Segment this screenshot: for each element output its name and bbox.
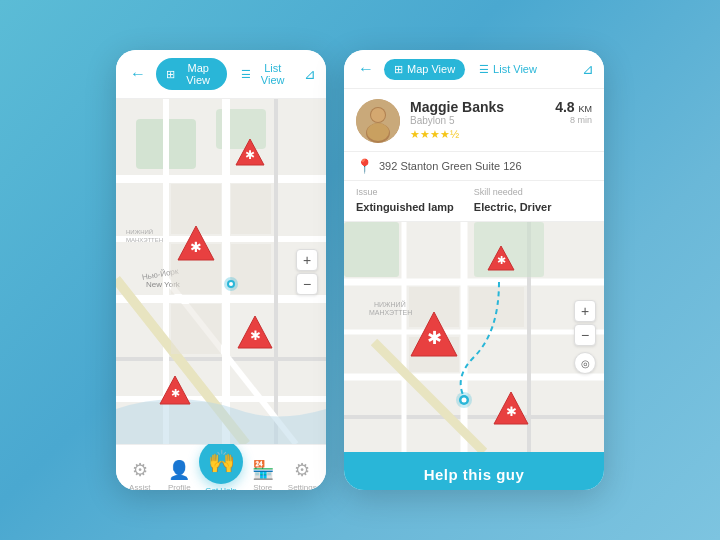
zoom-in-right[interactable]: + xyxy=(574,300,596,322)
svg-text:✱: ✱ xyxy=(190,239,202,255)
svg-text:МАНХЭТТЕН: МАНХЭТТЕН xyxy=(369,309,412,316)
map-view-label-right: Map View xyxy=(407,63,455,75)
svg-point-37 xyxy=(367,123,389,141)
marker-1-right[interactable]: ✱ xyxy=(486,244,516,278)
user-subtitle: Babylon 5 xyxy=(410,115,545,126)
nav-get-help[interactable]: 🙌 Get Help xyxy=(199,456,243,490)
zoom-in-left[interactable]: + xyxy=(296,249,318,271)
map-area-right[interactable]: НИЖНИЙ МАНХЭТТЕН ✱ ✱ xyxy=(344,222,604,452)
user-avatar xyxy=(356,99,400,143)
svg-text:✱: ✱ xyxy=(427,328,442,348)
user-details: Maggie Banks Babylon 5 ★★★★½ xyxy=(410,99,545,141)
back-button-left[interactable]: ← xyxy=(126,63,150,85)
marker-2-right[interactable]: ✱ xyxy=(409,310,459,364)
get-help-icon: 🙌 xyxy=(199,440,243,484)
list-icon-left: ☰ xyxy=(241,68,251,81)
distance-info: 4.8 KM 8 min xyxy=(555,99,592,125)
svg-rect-21 xyxy=(171,304,221,354)
get-help-label: Get Help xyxy=(205,486,237,490)
nav-assist[interactable]: ⚙ Assist xyxy=(120,459,160,490)
distance-time: 8 min xyxy=(555,115,592,125)
user-info-section: Maggie Banks Babylon 5 ★★★★½ 4.8 KM 8 mi… xyxy=(344,89,604,152)
store-icon: 🏪 xyxy=(252,459,274,481)
store-label: Store xyxy=(253,483,272,490)
left-phone-card: ← ⊞ Map View ☰ List View ⊿ xyxy=(116,50,326,490)
filter-icon-left[interactable]: ⊿ xyxy=(304,66,316,82)
distance-km: 4.8 KM xyxy=(555,99,592,115)
assist-label: Assist xyxy=(129,483,150,490)
marker-3-right[interactable]: ✱ xyxy=(492,390,530,432)
svg-text:✱: ✱ xyxy=(171,387,180,399)
issue-row: Issue Extinguished lamp Skill needed Ele… xyxy=(344,181,604,222)
issue-label: Issue xyxy=(356,187,454,197)
assist-icon: ⚙ xyxy=(132,459,148,481)
map-view-button-right[interactable]: ⊞ Map View xyxy=(384,59,465,80)
marker-3-left[interactable]: ✱ xyxy=(236,314,274,356)
svg-text:✱: ✱ xyxy=(250,328,261,343)
bottom-nav-left: ⚙ Assist 👤 Profile 🙌 Get Help 🏪 Store ⚙ … xyxy=(116,444,326,490)
zoom-out-right[interactable]: − xyxy=(574,324,596,346)
help-button[interactable]: Help this guy xyxy=(344,452,604,490)
list-view-button-right[interactable]: ☰ List View xyxy=(471,59,545,80)
list-icon-right: ☰ xyxy=(479,63,489,76)
map-icon-right: ⊞ xyxy=(394,63,403,76)
profile-icon: 👤 xyxy=(168,459,190,481)
map-view-button-left[interactable]: ⊞ Map View xyxy=(156,58,227,90)
svg-text:НИЖНИЙ: НИЖНИЙ xyxy=(126,229,153,235)
nav-profile[interactable]: 👤 Profile xyxy=(160,459,200,490)
user-stars: ★★★★½ xyxy=(410,128,545,141)
svg-point-36 xyxy=(371,108,385,122)
left-header: ← ⊞ Map View ☰ List View ⊿ xyxy=(116,50,326,99)
skill-col: Skill needed Electric, Driver xyxy=(474,187,552,215)
nav-settings[interactable]: ⚙ Settings xyxy=(283,459,323,490)
zoom-controls-left: + − xyxy=(296,249,318,295)
svg-rect-18 xyxy=(231,184,271,234)
address-row: 📍 392 Stanton Green Suite 126 xyxy=(344,152,604,181)
issue-value: Extinguished lamp xyxy=(356,201,454,213)
map-area-left[interactable]: Нью-Йорк New York НИЖНИЙ МАНХЭТТЕН ✱ xyxy=(116,99,326,444)
marker-2-left[interactable]: ✱ xyxy=(176,224,216,268)
map-view-label-left: Map View xyxy=(179,62,217,86)
svg-text:✱: ✱ xyxy=(497,254,506,266)
right-phone-card: ← ⊞ Map View ☰ List View ⊿ Maggie B xyxy=(344,50,604,490)
map-icon-left: ⊞ xyxy=(166,68,175,81)
skill-label: Skill needed xyxy=(474,187,552,197)
list-view-label-left: List View xyxy=(255,62,290,86)
svg-point-56 xyxy=(462,398,467,403)
compass-right[interactable]: ◎ xyxy=(574,352,596,374)
svg-text:НИЖНИЙ: НИЖНИЙ xyxy=(374,300,406,308)
marker-4-left[interactable]: ✱ xyxy=(158,374,192,412)
svg-text:МАНХЭТТЕН: МАНХЭТТЕН xyxy=(126,237,163,243)
settings-label: Settings xyxy=(288,483,317,490)
settings-icon: ⚙ xyxy=(294,459,310,481)
nav-store[interactable]: 🏪 Store xyxy=(243,459,283,490)
right-header: ← ⊞ Map View ☰ List View ⊿ xyxy=(344,50,604,89)
list-view-label-right: List View xyxy=(493,63,537,75)
svg-rect-50 xyxy=(344,222,399,277)
address-text: 392 Stanton Green Suite 126 xyxy=(379,160,522,172)
user-name: Maggie Banks xyxy=(410,99,545,115)
svg-text:✱: ✱ xyxy=(506,404,517,419)
profile-label: Profile xyxy=(168,483,191,490)
list-view-button-left[interactable]: ☰ List View xyxy=(233,58,298,90)
zoom-controls-right: + − ◎ xyxy=(574,300,596,374)
svg-rect-48 xyxy=(469,287,524,327)
back-button-right[interactable]: ← xyxy=(354,58,378,80)
zoom-out-left[interactable]: − xyxy=(296,273,318,295)
filter-icon-right[interactable]: ⊿ xyxy=(582,61,594,77)
issue-col: Issue Extinguished lamp xyxy=(356,187,454,215)
location-pin-icon: 📍 xyxy=(356,158,373,174)
svg-point-24 xyxy=(229,282,233,286)
svg-text:✱: ✱ xyxy=(245,148,255,162)
skill-value: Electric, Driver xyxy=(474,201,552,213)
marker-1-left[interactable]: ✱ xyxy=(234,137,266,173)
